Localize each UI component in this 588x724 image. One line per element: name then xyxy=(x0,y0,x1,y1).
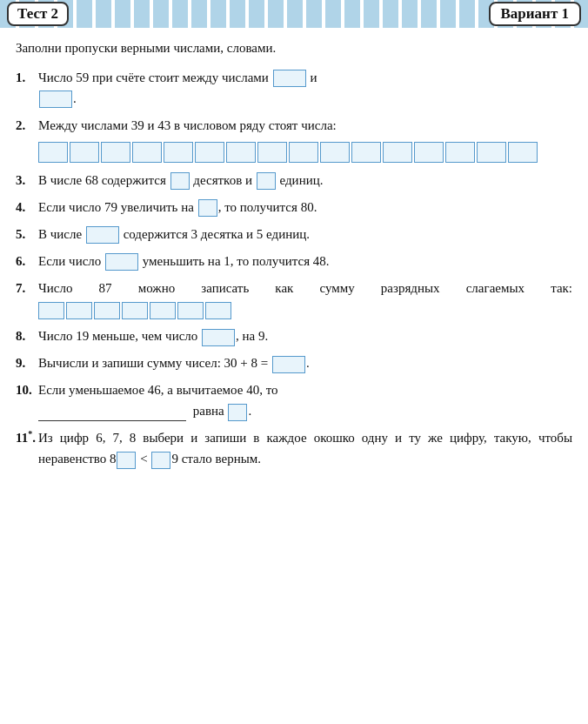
number-cell[interactable] xyxy=(257,142,287,163)
task-number-10: 10. xyxy=(16,379,37,400)
input-3a[interactable] xyxy=(170,172,190,190)
instruction: Заполни пропуски верными числами, словам… xyxy=(16,38,572,58)
task-text-9: Вычисли и запиши сумму чисел: 30 + 8 = . xyxy=(38,352,572,373)
task-1: 1. Число 59 при счёте стоит между числам… xyxy=(16,67,572,109)
number-row-2 xyxy=(38,142,572,163)
variant-badge: Вариант 1 xyxy=(489,2,581,26)
task-number-1: 1. xyxy=(16,67,37,88)
sum-cell[interactable] xyxy=(177,302,204,319)
task-text-1: Число 59 при счёте стоит между числами и… xyxy=(38,67,572,109)
task-text-8: Число 19 меньше, чем число , на 9. xyxy=(38,325,572,346)
input-3b[interactable] xyxy=(257,172,276,190)
task-number-7: 7. xyxy=(16,278,37,298)
task-number-4: 4. xyxy=(16,197,37,218)
number-cell[interactable] xyxy=(351,142,381,163)
input-11a[interactable] xyxy=(117,452,136,469)
sum-row-7 xyxy=(38,302,231,319)
input-8[interactable] xyxy=(202,329,235,346)
number-cell[interactable] xyxy=(226,142,256,163)
task-text-6: Если число уменьшить на 1, то получится … xyxy=(38,251,572,272)
task-text-11: Из цифр 6, 7, 8 выбери и запиши в каждое… xyxy=(38,427,572,469)
task-text-5: В числе содержится 3 десятка и 5 единиц. xyxy=(38,224,572,245)
task-number-3: 3. xyxy=(16,170,37,191)
sum-cell[interactable] xyxy=(150,302,176,319)
number-cell[interactable] xyxy=(320,142,350,163)
test-badge: Тест 2 xyxy=(7,2,69,26)
sum-cell[interactable] xyxy=(122,302,148,319)
input-5[interactable] xyxy=(86,226,119,244)
input-11b[interactable] xyxy=(151,452,170,469)
number-cell[interactable] xyxy=(70,142,99,163)
input-6[interactable] xyxy=(105,253,138,271)
task-text-2: Между числами 39 и 43 в числовом ряду ст… xyxy=(38,115,572,136)
task-8: 8. Число 19 меньше, чем число , на 9. xyxy=(16,325,572,346)
number-cell[interactable] xyxy=(38,142,68,163)
task-number-8: 8. xyxy=(16,325,37,346)
content: Заполни пропуски верными числами, словам… xyxy=(0,33,588,486)
task-5: 5. В числе содержится 3 десятка и 5 един… xyxy=(16,224,572,245)
task-9: 9. Вычисли и запиши сумму чисел: 30 + 8 … xyxy=(16,352,572,373)
task-number-2: 2. xyxy=(16,115,37,136)
input-10b[interactable] xyxy=(228,404,247,421)
input-4[interactable] xyxy=(198,199,217,217)
number-cell[interactable] xyxy=(101,142,130,163)
input-9[interactable] xyxy=(272,356,305,373)
task-number-11: 11*. xyxy=(16,427,37,448)
task-6: 6. Если число уменьшить на 1, то получит… xyxy=(16,251,572,272)
sum-cell[interactable] xyxy=(38,302,64,319)
sum-cell[interactable] xyxy=(94,302,120,319)
sum-cell[interactable] xyxy=(66,302,92,319)
task-3: 3. В числе 68 содержится десятков и един… xyxy=(16,170,572,191)
number-cell[interactable] xyxy=(477,142,506,163)
header: Тест 2 Вариант 1 xyxy=(0,0,588,26)
number-cell[interactable] xyxy=(164,142,193,163)
number-cell[interactable] xyxy=(132,142,162,163)
task-11: 11*. Из цифр 6, 7, 8 выбери и запиши в к… xyxy=(16,427,572,469)
task-number-5: 5. xyxy=(16,224,37,245)
task-4: 4. Если число 79 увеличить на , то получ… xyxy=(16,197,572,218)
number-cell[interactable] xyxy=(414,142,444,163)
number-cell[interactable] xyxy=(508,142,538,163)
number-cell[interactable] xyxy=(383,142,412,163)
number-cell[interactable] xyxy=(445,142,475,163)
task-10: 10. Если уменьшаемое 46, а вычитаемое 40… xyxy=(16,379,572,421)
task-number-6: 6. xyxy=(16,251,37,272)
input-1b[interactable] xyxy=(39,90,72,108)
input-10a[interactable] xyxy=(38,406,186,421)
task-text-3: В числе 68 содержится десятков и единиц. xyxy=(38,170,572,191)
number-cell[interactable] xyxy=(195,142,224,163)
task-text-7: Число 87 можно записать как сумму разряд… xyxy=(38,278,572,320)
task-text-10: Если уменьшаемое 46, а вычитаемое 40, то… xyxy=(38,379,572,421)
number-cell[interactable] xyxy=(289,142,318,163)
task-2: 2. Между числами 39 и 43 в числовом ряду… xyxy=(16,115,572,136)
input-1a[interactable] xyxy=(273,70,306,87)
task-number-9: 9. xyxy=(16,352,37,373)
task-7: 7. Число 87 можно записать как сумму раз… xyxy=(16,278,572,320)
task-text-4: Если число 79 увеличить на , то получитс… xyxy=(38,197,572,218)
sum-cell[interactable] xyxy=(205,302,231,319)
